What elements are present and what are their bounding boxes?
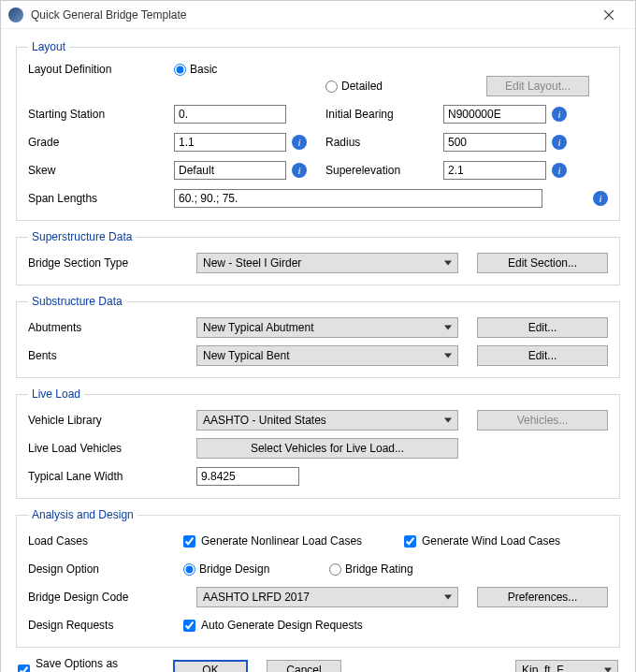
layout-legend: Layout (28, 40, 69, 53)
chevron-down-icon (604, 668, 612, 673)
vehicle-library-select[interactable]: AASHTO - United States (196, 410, 458, 431)
chevron-down-icon (444, 354, 452, 358)
live-load-group: Live Load Vehicle Library AASHTO - Unite… (16, 387, 620, 499)
edit-bents-button[interactable]: Edit... (477, 345, 608, 366)
detailed-radio-input[interactable] (325, 80, 338, 93)
select-vehicles-button[interactable]: Select Vehicles for Live Load... (196, 438, 458, 459)
gen-wind-label: Generate Wind Load Cases (422, 534, 560, 548)
bridge-rating-radio[interactable]: Bridge Rating (329, 562, 608, 576)
bents-label: Bents (28, 349, 178, 362)
analysis-group: Analysis and Design Load Cases Generate … (16, 508, 620, 648)
detailed-radio[interactable]: Detailed (325, 80, 383, 93)
edit-layout-button[interactable]: Edit Layout... (486, 76, 589, 96)
window-title: Quick General Bridge Template (31, 8, 590, 22)
abutments-label: Abutments (28, 321, 178, 334)
chevron-down-icon (444, 326, 452, 330)
vehicle-library-label: Vehicle Library (28, 414, 178, 427)
bridge-section-type-value: New - Steel I Girder (203, 256, 301, 270)
gen-wind-checkbox[interactable]: Generate Wind Load Cases (404, 534, 608, 548)
initial-bearing-label: Initial Bearing (325, 108, 438, 121)
app-icon (8, 7, 23, 22)
save-default-input[interactable] (18, 665, 30, 673)
ok-button[interactable]: OK (173, 660, 248, 672)
superstructure-group: Superstructure Data Bridge Section Type … (16, 230, 620, 285)
info-icon[interactable]: i (552, 107, 567, 122)
bridge-design-radio[interactable]: Bridge Design (183, 562, 324, 576)
units-value: Kip, ft, F (522, 664, 564, 672)
dialog-window: Quick General Bridge Template Layout Lay… (0, 0, 636, 672)
abutments-value: New Typical Abutment (203, 321, 314, 334)
gen-nonlinear-input[interactable] (183, 535, 195, 548)
edit-abutments-button[interactable]: Edit... (477, 317, 608, 338)
gen-nonlinear-label: Generate Nonlinear Load Cases (201, 534, 362, 548)
superstructure-legend: Superstructure Data (28, 230, 136, 243)
info-icon[interactable]: i (552, 135, 567, 150)
titlebar: Quick General Bridge Template (1, 1, 635, 29)
vehicle-library-value: AASHTO - United States (203, 414, 326, 427)
bridge-rating-radio-label: Bridge Rating (345, 562, 413, 576)
gen-nonlinear-checkbox[interactable]: Generate Nonlinear Load Cases (183, 534, 398, 548)
info-icon[interactable]: i (552, 163, 567, 178)
initial-bearing-input[interactable] (443, 105, 546, 124)
radius-label: Radius (325, 136, 438, 149)
load-cases-label: Load Cases (28, 534, 178, 548)
substructure-legend: Substructure Data (28, 295, 126, 308)
typical-lane-width-input[interactable] (196, 467, 299, 486)
bridge-rating-radio-input[interactable] (329, 563, 341, 576)
chevron-down-icon (444, 418, 452, 423)
detailed-radio-label: Detailed (341, 80, 383, 93)
substructure-group: Substructure Data Abutments New Typical … (16, 295, 620, 378)
info-icon[interactable]: i (593, 191, 608, 206)
cancel-button[interactable]: Cancel (267, 660, 341, 672)
bridge-design-radio-input[interactable] (183, 563, 195, 576)
live-load-legend: Live Load (28, 387, 84, 401)
bridge-design-code-label: Bridge Design Code (28, 591, 178, 604)
units-select[interactable]: Kip, ft, F (515, 660, 618, 672)
superelevation-input[interactable] (443, 161, 546, 180)
bents-value: New Typical Bent (203, 349, 290, 362)
abutments-select[interactable]: New Typical Abutment (196, 317, 458, 338)
grade-input[interactable] (174, 133, 286, 152)
superelevation-label: Superelevation (325, 164, 438, 177)
close-button[interactable] (590, 2, 628, 28)
starting-station-input[interactable] (174, 105, 286, 124)
chevron-down-icon (444, 595, 452, 600)
auto-generate-label: Auto Generate Design Requests (201, 619, 363, 632)
gen-wind-input[interactable] (404, 535, 416, 548)
close-icon (604, 10, 614, 20)
analysis-legend: Analysis and Design (28, 508, 137, 521)
auto-generate-input[interactable] (183, 620, 195, 632)
preferences-button[interactable]: Preferences... (477, 587, 608, 607)
layout-group: Layout Layout Definition Basic Detailed … (16, 40, 620, 221)
edit-section-button[interactable]: Edit Section... (477, 253, 608, 273)
bridge-design-code-select[interactable]: AASHTO LRFD 2017 (196, 587, 458, 607)
save-default-label: Save Options as Default (36, 657, 154, 672)
basic-radio-input[interactable] (174, 64, 186, 76)
layout-definition-label: Layout Definition (28, 63, 168, 76)
radius-input[interactable] (443, 133, 546, 152)
info-icon[interactable]: i (292, 163, 307, 178)
typical-lane-width-label: Typical Lane Width (28, 470, 178, 483)
span-lengths-label: Span Lengths (28, 192, 168, 205)
span-lengths-input[interactable] (174, 189, 542, 208)
vehicles-button[interactable]: Vehicles... (477, 410, 608, 431)
grade-label: Grade (28, 136, 168, 149)
chevron-down-icon (444, 261, 452, 266)
auto-generate-checkbox[interactable]: Auto Generate Design Requests (183, 619, 608, 632)
design-option-label: Design Option (28, 562, 178, 576)
bents-select[interactable]: New Typical Bent (196, 345, 458, 366)
bridge-section-type-select[interactable]: New - Steel I Girder (196, 253, 458, 273)
basic-radio[interactable]: Basic (174, 63, 286, 76)
info-icon[interactable]: i (292, 135, 307, 150)
footer: Save Options as Default OK Cancel Kip, f… (16, 657, 620, 672)
save-default-checkbox[interactable]: Save Options as Default (18, 657, 154, 672)
bridge-section-type-label: Bridge Section Type (28, 256, 178, 270)
skew-label: Skew (28, 164, 168, 177)
bridge-design-radio-label: Bridge Design (199, 562, 269, 576)
starting-station-label: Starting Station (28, 108, 168, 121)
skew-input[interactable] (174, 161, 286, 180)
live-load-vehicles-label: Live Load Vehicles (28, 442, 178, 455)
basic-radio-label: Basic (190, 63, 217, 76)
bridge-design-code-value: AASHTO LRFD 2017 (203, 591, 310, 604)
design-requests-label: Design Requests (28, 619, 178, 632)
